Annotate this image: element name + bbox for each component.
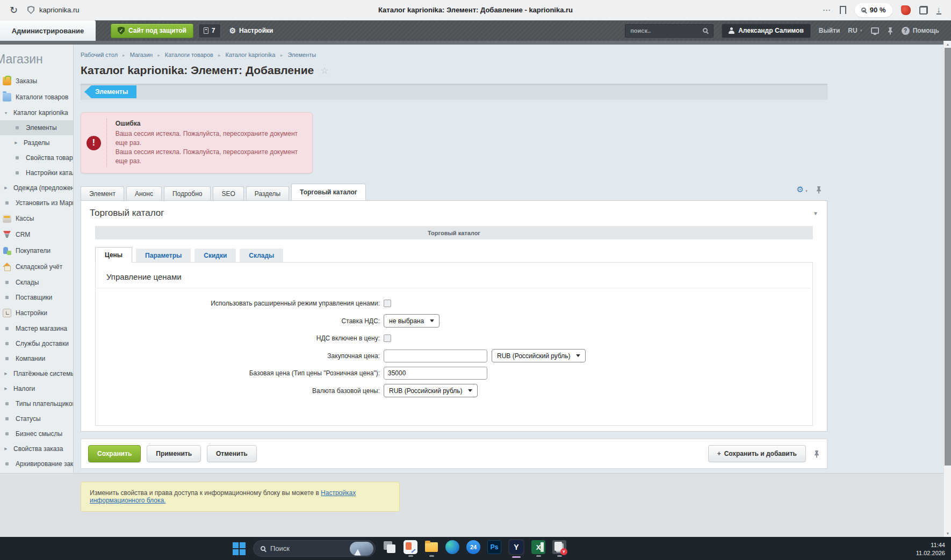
start-button[interactable] [232, 542, 246, 556]
base-price-input[interactable] [384, 367, 487, 380]
sidebar-item-companies[interactable]: Компании [0, 351, 73, 366]
extension-icon[interactable] [901, 5, 911, 15]
sidebar-item-payer-types[interactable]: Типы плательщиков [0, 396, 73, 411]
cancel-button[interactable]: Отменить [207, 445, 257, 462]
sidebar-item-suppliers[interactable]: Поставщики [0, 290, 73, 305]
weather-widget[interactable] [350, 542, 373, 556]
pin-icon[interactable] [816, 186, 822, 194]
site-protected-button[interactable]: ✓ Сайт под защитой [111, 24, 193, 38]
sidebar-item-order-properties[interactable]: ▶Свойства заказа [0, 441, 73, 456]
tab-trade-catalog[interactable]: Торговый каталог [291, 184, 366, 200]
sidebar-item-crm[interactable]: CRM [0, 227, 73, 243]
base-currency-select[interactable]: RUB (Российский рубль) [384, 384, 478, 397]
excel-button[interactable]: X [531, 540, 545, 557]
filter-tag-elements[interactable]: Элементы [84, 85, 136, 98]
sidebar-item-settings[interactable]: Настройки [0, 305, 73, 321]
tab-sections[interactable]: Разделы [246, 186, 289, 200]
sidebar-item-business-meanings[interactable]: Бизнес смыслы [0, 426, 73, 441]
scroll-up-icon[interactable]: ▲ [944, 41, 951, 48]
sidebar-item-statuses[interactable]: Статусы [0, 411, 73, 426]
breadcrumb-link[interactable]: Магазин [130, 52, 153, 58]
subtab-discounts[interactable]: Скидки [194, 249, 236, 262]
notifications-counter[interactable]: 7 [198, 24, 221, 38]
vat-included-checkbox[interactable] [384, 334, 391, 342]
tab-details[interactable]: Подробно [164, 186, 211, 200]
address-bar[interactable]: kaprionika.ru [27, 6, 79, 14]
bookmark-icon[interactable] [840, 6, 846, 14]
snipping-tool-button[interactable] [404, 540, 417, 557]
apply-button[interactable]: Применить [147, 445, 201, 462]
browser-menu-icon[interactable]: ⋯ [823, 5, 831, 15]
edge-button[interactable] [445, 540, 459, 557]
user-icon [729, 27, 734, 34]
tab-seo[interactable]: SEO [213, 186, 243, 200]
excel-icon: X [531, 540, 545, 554]
yandex-docs-button[interactable] [552, 540, 566, 557]
task-view-button[interactable] [383, 540, 397, 557]
sidebar-item-order-archiving[interactable]: Архивирование заказов [0, 456, 73, 471]
admin-search-input[interactable] [625, 24, 714, 38]
taskbar-search[interactable]: Поиск [253, 540, 376, 557]
breadcrumb-link[interactable]: Рабочий стол [81, 52, 118, 58]
sidebar-item-clothes-offers[interactable]: ▶Одежда (предложения) [0, 180, 73, 195]
vat-included-label: НДС включен в цену: [96, 334, 384, 342]
sidebar-item-customers[interactable]: Покупатели [0, 243, 73, 259]
sidebar-item-payment-systems[interactable]: ▶Платёжные системы [0, 366, 73, 381]
extended-mode-checkbox[interactable] [384, 300, 391, 307]
sidebar-item-sections[interactable]: ▶Разделы [0, 135, 73, 150]
purchase-price-input[interactable] [384, 350, 487, 362]
subtab-prices[interactable]: Цены [95, 247, 132, 263]
pin-icon[interactable] [813, 450, 820, 458]
sidebar-item-elements[interactable]: Элементы [0, 120, 73, 135]
current-user-button[interactable]: Александр Салимов [722, 24, 811, 38]
zoom-control[interactable]: 90 % [855, 3, 892, 17]
sidebar-item-cash-registers[interactable]: Кассы [0, 210, 73, 227]
breadcrumb-link[interactable]: Каталоги товаров [165, 52, 213, 58]
breadcrumb-link[interactable]: Элементы [287, 52, 316, 58]
yandex-browser-button[interactable]: Y [508, 539, 524, 558]
sidebar-item-delivery-services[interactable]: Службы доставки [0, 336, 73, 351]
reload-icon[interactable]: ↻ [10, 4, 18, 16]
sidebar-item-orders[interactable]: Заказы [0, 73, 73, 89]
sidebar-item-catalog-kaprionika[interactable]: ▼Каталог kaprionika [0, 105, 73, 120]
chevron-down-icon: ▼ [3, 111, 9, 115]
sidebar-item-taxes[interactable]: ▶Налоги [0, 381, 73, 396]
breadcrumb-link[interactable]: Каталог kaprionika [226, 52, 276, 58]
favorite-star-icon[interactable]: ☆ [320, 65, 328, 76]
sidebar-item-warehouses[interactable]: Склады [0, 275, 73, 290]
sidebar-item-inventory[interactable]: Складской учёт [0, 259, 73, 275]
taskbar-clock[interactable]: 11:44 11.02.2026 [916, 541, 945, 557]
admin-mode-tab[interactable]: Администрирование [0, 20, 96, 41]
language-switcher[interactable]: RU ▼ [848, 27, 862, 34]
logout-link[interactable]: Выйти [819, 27, 840, 34]
subtab-warehouses[interactable]: Склады [240, 249, 283, 262]
desktop-view-icon[interactable] [871, 27, 879, 34]
sidebar-item-shop-wizard[interactable]: Мастер магазина [0, 321, 73, 336]
sidebar-item-catalog-settings[interactable]: Настройки каталога [0, 165, 73, 180]
documents-icon [552, 540, 566, 554]
page-scrollbar[interactable]: ▲ ▼ [943, 41, 951, 537]
tab-announce[interactable]: Анонс [126, 186, 162, 200]
scrollbar-thumb[interactable] [945, 48, 951, 466]
pin-icon[interactable] [887, 27, 894, 35]
vat-rate-select[interactable]: не выбрана [384, 314, 440, 328]
save-button[interactable]: Сохранить [88, 445, 141, 462]
sidebar-item-product-properties[interactable]: Свойства товаров [0, 150, 73, 165]
sidebar-item-install-marketplace[interactable]: Установить из Маркетпла [0, 195, 73, 210]
photoshop-button[interactable]: Ps [487, 540, 501, 557]
tab-element[interactable]: Элемент [81, 186, 124, 200]
subtab-parameters[interactable]: Параметры [136, 249, 191, 262]
save-and-add-button[interactable]: +Сохранить и добавить [708, 445, 806, 462]
file-explorer-button[interactable] [424, 540, 438, 557]
scroll-down-icon[interactable]: ▼ [944, 530, 951, 537]
downloads-icon[interactable]: ↓ [936, 6, 942, 14]
all-tabs-icon[interactable] [919, 6, 928, 14]
sidebar-item-catalogs[interactable]: Каталоги товаров [0, 89, 73, 105]
cloud-app-button[interactable]: 24 [466, 540, 480, 557]
admin-settings-button[interactable]: ⚙ Настройки [229, 26, 273, 35]
purchase-currency-select[interactable]: RUB (Российский рубль) [492, 349, 586, 362]
tab-settings-control[interactable]: ⚙▼ [797, 185, 808, 194]
trade-catalog-header: Торговый каталог [95, 226, 813, 239]
help-button[interactable]: ? Помощь [902, 27, 939, 35]
collapse-section-icon[interactable]: ▼ [813, 210, 818, 216]
